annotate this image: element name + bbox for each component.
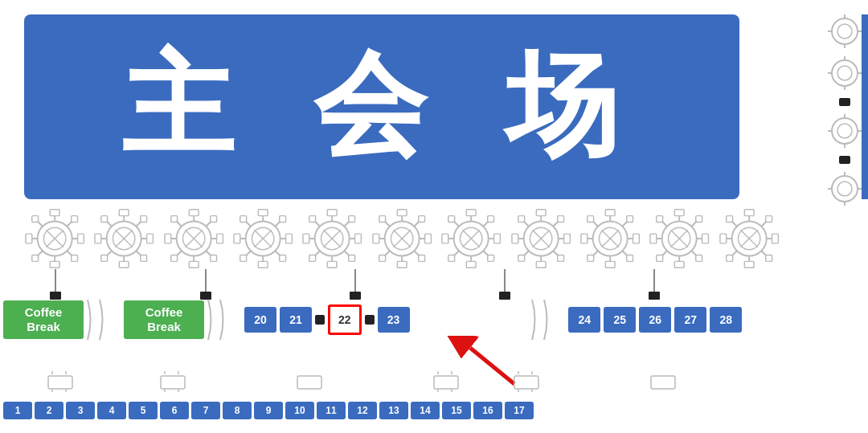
booth-25: 25 bbox=[604, 307, 636, 333]
svg-rect-56 bbox=[95, 234, 101, 243]
bottom-booth-3: 3 bbox=[66, 402, 95, 419]
svg-rect-194 bbox=[605, 210, 615, 216]
bottom-booth-5: 5 bbox=[129, 402, 158, 419]
svg-rect-36 bbox=[26, 234, 32, 243]
svg-point-1 bbox=[837, 24, 852, 39]
svg-rect-74 bbox=[189, 210, 199, 216]
bottom-booth-1: 1 bbox=[3, 402, 32, 419]
coffee-break-1: CoffeeBreak bbox=[3, 300, 84, 339]
svg-rect-55 bbox=[120, 261, 129, 268]
svg-rect-217 bbox=[702, 234, 709, 243]
svg-rect-138 bbox=[379, 216, 386, 223]
svg-rect-79 bbox=[210, 216, 216, 223]
right-chair-3 bbox=[828, 114, 862, 148]
svg-rect-60 bbox=[101, 255, 108, 262]
bottom-booths-row: 1 2 3 4 5 6 7 8 9 10 11 12 13 14 15 16 1… bbox=[0, 402, 868, 419]
divider-1 bbox=[839, 98, 850, 106]
svg-rect-221 bbox=[696, 255, 702, 262]
svg-rect-38 bbox=[32, 216, 39, 223]
svg-rect-76 bbox=[165, 234, 171, 243]
svg-rect-40 bbox=[32, 255, 39, 262]
svg-rect-181 bbox=[557, 255, 563, 262]
booth-group-23: 23 bbox=[378, 307, 410, 333]
svg-rect-235 bbox=[744, 261, 754, 268]
bottom-booth-12: 12 bbox=[348, 402, 377, 419]
svg-rect-198 bbox=[588, 216, 594, 223]
bottom-booth-9: 9 bbox=[254, 402, 283, 419]
svg-rect-237 bbox=[772, 234, 778, 243]
venue-title: 主 会 场 bbox=[121, 31, 642, 183]
svg-rect-262 bbox=[297, 376, 321, 389]
booth-22: 22 bbox=[328, 304, 362, 335]
svg-point-12 bbox=[832, 118, 858, 144]
svg-rect-201 bbox=[627, 255, 633, 262]
svg-rect-161 bbox=[488, 255, 494, 262]
svg-rect-263 bbox=[434, 376, 458, 389]
svg-rect-218 bbox=[657, 216, 663, 223]
svg-point-7 bbox=[837, 66, 852, 80]
svg-rect-119 bbox=[349, 216, 355, 223]
right-side-items bbox=[825, 14, 865, 206]
svg-rect-96 bbox=[234, 234, 240, 243]
svg-rect-239 bbox=[765, 216, 772, 223]
svg-rect-176 bbox=[511, 234, 518, 243]
svg-rect-260 bbox=[48, 376, 72, 389]
svg-rect-158 bbox=[448, 216, 455, 223]
svg-rect-100 bbox=[240, 255, 247, 262]
round-table-4 bbox=[232, 207, 293, 270]
svg-rect-156 bbox=[442, 234, 448, 243]
svg-rect-59 bbox=[141, 216, 147, 223]
bottom-booth-2: 2 bbox=[35, 402, 63, 419]
svg-rect-216 bbox=[650, 234, 657, 243]
svg-rect-35 bbox=[50, 261, 59, 268]
svg-rect-98 bbox=[240, 216, 247, 223]
round-table-8 bbox=[510, 207, 571, 270]
right-chair-1 bbox=[828, 14, 862, 48]
svg-rect-160 bbox=[448, 255, 455, 262]
round-table-7 bbox=[440, 207, 502, 270]
divider-2 bbox=[839, 156, 850, 164]
svg-rect-159 bbox=[488, 216, 494, 223]
svg-rect-199 bbox=[627, 216, 633, 223]
svg-point-19 bbox=[837, 182, 852, 196]
svg-rect-155 bbox=[466, 261, 476, 268]
middle-booths-row: CoffeeBreak CoffeeBreak 20 21 22 23 sant… bbox=[0, 296, 868, 344]
svg-rect-220 bbox=[657, 255, 663, 262]
wave-1 bbox=[84, 296, 124, 344]
svg-rect-118 bbox=[309, 216, 316, 223]
svg-rect-261 bbox=[161, 376, 185, 389]
svg-rect-37 bbox=[78, 234, 84, 243]
booth-23: 23 bbox=[378, 307, 410, 333]
svg-rect-80 bbox=[171, 255, 178, 262]
connector-sq-2 bbox=[365, 315, 375, 325]
round-table-2 bbox=[93, 207, 154, 270]
svg-rect-75 bbox=[189, 261, 199, 268]
svg-rect-121 bbox=[349, 255, 355, 262]
connector-sq-1 bbox=[315, 315, 325, 325]
bottom-booth-11: 11 bbox=[317, 402, 346, 419]
svg-rect-77 bbox=[216, 234, 223, 243]
svg-rect-240 bbox=[726, 255, 732, 262]
round-table-3 bbox=[163, 207, 224, 270]
svg-rect-120 bbox=[309, 255, 316, 262]
svg-rect-154 bbox=[466, 210, 476, 216]
coffee-break-2: CoffeeBreak bbox=[124, 300, 204, 339]
booth-20: 20 bbox=[244, 307, 276, 333]
svg-rect-180 bbox=[518, 255, 524, 262]
svg-rect-238 bbox=[726, 216, 732, 223]
round-table-6 bbox=[371, 207, 432, 270]
bottom-booth-6: 6 bbox=[160, 402, 189, 419]
svg-rect-78 bbox=[171, 216, 178, 223]
svg-rect-135 bbox=[397, 261, 407, 268]
svg-rect-140 bbox=[379, 255, 386, 262]
svg-rect-214 bbox=[675, 210, 685, 216]
svg-rect-101 bbox=[280, 255, 286, 262]
wave-2 bbox=[204, 296, 244, 344]
tables-row bbox=[24, 207, 780, 270]
svg-rect-114 bbox=[328, 210, 338, 216]
booth-27: 27 bbox=[674, 307, 706, 333]
svg-rect-81 bbox=[210, 255, 216, 262]
svg-rect-200 bbox=[588, 255, 594, 262]
svg-rect-139 bbox=[419, 216, 425, 223]
svg-rect-141 bbox=[419, 255, 425, 262]
